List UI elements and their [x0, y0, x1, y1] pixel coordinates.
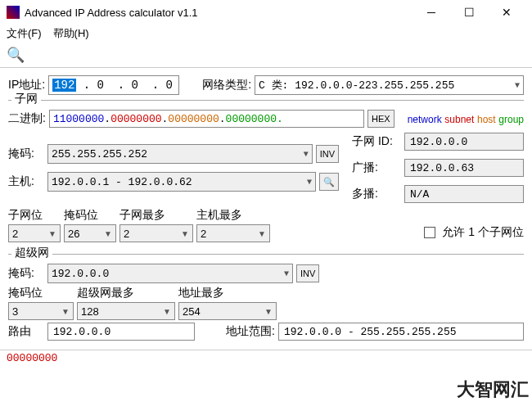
close-button[interactable]: ✕: [488, 0, 525, 25]
super-addr-label: 地址最多: [178, 286, 277, 300]
chevron-down-icon: ▼: [181, 229, 189, 238]
chevron-down-icon: ▼: [163, 307, 171, 316]
chevron-down-icon: ▼: [515, 81, 520, 90]
multicast-label: 多播:: [352, 187, 401, 201]
menubar: 文件(F) 帮助(H): [0, 25, 532, 43]
nettype-label: 网络类型:: [202, 78, 251, 93]
chevron-down-icon: ▼: [48, 229, 56, 238]
window-title: Advanced IP Address calculator v1.1: [25, 7, 413, 19]
statusbar: 00000000: [0, 350, 532, 366]
chevron-down-icon: ▼: [284, 269, 289, 278]
route-value: 192.0.0.0: [47, 323, 195, 341]
super-mask-select[interactable]: 192.0.0.0 ▼: [47, 264, 293, 283]
binary-label: 二进制:: [8, 111, 46, 126]
broadcast-value: 192.0.0.63: [404, 159, 524, 177]
chevron-down-icon: ▼: [104, 229, 112, 238]
mask-select[interactable]: 255.255.255.252 ▼: [47, 144, 313, 164]
ip-label: IP地址:: [8, 78, 45, 93]
addr-range-value: 192.0.0.0 - 255.255.255.255: [278, 323, 524, 341]
lookup-button[interactable]: 🔍: [319, 173, 339, 191]
subnetid-label: 子网 ID:: [352, 134, 401, 149]
broadcast-label: 广播:: [352, 160, 401, 175]
super-maskbits-select[interactable]: 3▼: [8, 302, 74, 320]
ip-input[interactable]: 192 . 0 . 0 . 0: [48, 75, 179, 95]
multicast-value: N/A: [404, 185, 524, 203]
hex-button[interactable]: HEX: [367, 110, 394, 128]
chevron-down-icon: ▼: [304, 150, 309, 159]
super-maskbits-label: 掩码位: [8, 286, 74, 300]
binary-display: 11000000.00000000.00000000.00000000.: [49, 110, 364, 128]
toolbar: 🔍: [0, 43, 532, 68]
inv-button[interactable]: INV: [316, 145, 339, 163]
minimize-button[interactable]: ─: [413, 0, 450, 25]
max-hosts-label: 主机最多: [196, 208, 270, 223]
subnet-bits-label: 子网位: [8, 208, 61, 223]
allow-checkbox-row[interactable]: 允许 1 个子网位: [424, 225, 524, 240]
supernet-legend: 超级网: [11, 246, 52, 260]
ip-oct4[interactable]: 0: [166, 79, 173, 92]
super-mask-label: 掩码:: [8, 266, 44, 281]
menu-help[interactable]: 帮助(H): [53, 26, 89, 41]
route-label: 路由: [8, 324, 44, 339]
mask-bits-label: 掩码位: [64, 208, 116, 223]
ip-oct2[interactable]: 0: [97, 79, 104, 92]
titlebar: Advanced IP Address calculator v1.1 ─ ☐ …: [0, 0, 532, 25]
super-max-select[interactable]: 128▼: [77, 302, 175, 320]
subnet-legend: 子网: [11, 92, 41, 106]
max-hosts-select[interactable]: 2▼: [196, 224, 270, 242]
super-max-label: 超级网最多: [77, 286, 175, 300]
chevron-down-icon: ▼: [307, 178, 312, 187]
nettype-select[interactable]: C 类: 192.0.0.0-223.255.255.255 ▼: [255, 75, 524, 95]
search-icon: 🔍: [323, 177, 335, 187]
host-select[interactable]: 192.0.0.1 - 192.0.0.62 ▼: [47, 172, 316, 192]
ip-oct3[interactable]: 0: [132, 79, 138, 92]
chevron-down-icon: ▼: [61, 307, 70, 316]
status-text: 00000000: [7, 352, 57, 364]
super-addr-select[interactable]: 254▼: [178, 302, 277, 320]
search-icon[interactable]: 🔍: [7, 47, 25, 63]
addr-range-label: 地址范围:: [226, 324, 275, 339]
allow-checkbox[interactable]: [424, 227, 435, 238]
allow-label: 允许 1 个子网位: [442, 225, 524, 240]
menu-file[interactable]: 文件(F): [7, 26, 42, 41]
max-subnets-label: 子网最多: [119, 208, 193, 223]
chevron-down-icon: ▼: [258, 229, 266, 238]
super-inv-button[interactable]: INV: [296, 264, 319, 282]
chevron-down-icon: ▼: [264, 307, 273, 316]
max-subnets-select[interactable]: 2▼: [119, 224, 193, 242]
subnet-bits-select[interactable]: 2▼: [8, 224, 61, 242]
subnetid-value: 192.0.0.0: [404, 133, 524, 151]
app-icon: [7, 6, 20, 19]
mask-bits-select[interactable]: 26▼: [64, 224, 116, 242]
ip-oct1[interactable]: 192: [52, 79, 76, 92]
maximize-button[interactable]: ☐: [450, 0, 488, 25]
color-legend: network subnet host group: [408, 113, 524, 125]
mask-label: 掩码:: [8, 147, 44, 161]
host-label: 主机:: [8, 174, 44, 189]
